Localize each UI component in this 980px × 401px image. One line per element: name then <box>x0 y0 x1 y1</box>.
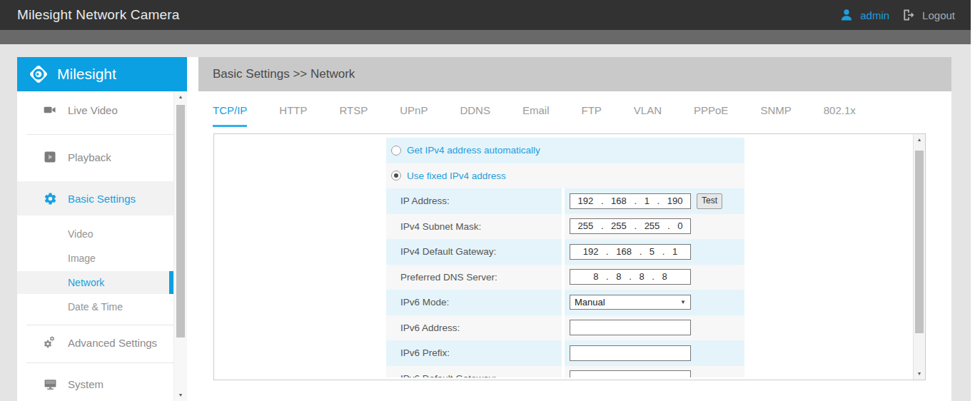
sidebar-scrollbar-thumb[interactable] <box>176 105 185 337</box>
sidebar-divider <box>26 134 173 135</box>
scroll-down-arrow-icon[interactable]: ▼ <box>174 390 187 401</box>
form-row-ipv6-mode: IPv6 Mode: Manual ▼ <box>386 290 744 315</box>
form-row-ipv6-address: IPv6 Address: <box>386 315 744 341</box>
form-row-ip-address: IP Address: 192 . 168 . 1 . 190 Test <box>386 188 744 214</box>
default-gateway-input[interactable]: 192 . 168 . 5 . 1 <box>570 244 691 260</box>
sidebar-divider <box>26 362 173 363</box>
tab-http[interactable]: HTTP <box>279 104 307 127</box>
sidebar-item-label: Playback <box>68 151 111 163</box>
field-label: IPv6 Address: <box>400 323 460 333</box>
breadcrumb-bar: Basic Settings >> Network <box>198 57 951 91</box>
sidebar-item-system[interactable]: System <box>17 368 173 400</box>
app-title: Milesight Network Camera <box>17 0 180 30</box>
form-row-dns-server: Preferred DNS Server: 8 . 8 . 8 . 8 <box>386 265 744 290</box>
monitor-icon <box>43 377 57 391</box>
ip-address-input[interactable]: 192 . 168 . 1 . 190 <box>570 193 691 209</box>
tab-8021x[interactable]: 802.1x <box>824 104 856 127</box>
tab-pppoe[interactable]: PPPoE <box>694 104 728 127</box>
logout-icon[interactable] <box>901 8 916 22</box>
test-button[interactable]: Test <box>697 193 722 209</box>
field-label: IPv4 Default Gateway: <box>400 246 496 257</box>
form-row-subnet-mask: IPv4 Subnet Mask: 255 . 255 . 255 . 0 <box>386 214 744 240</box>
user-cluster: admin Logout <box>839 0 955 30</box>
scroll-up-arrow-icon[interactable]: ▲ <box>174 91 187 103</box>
brand-logo: Milesight <box>17 57 187 91</box>
logged-in-user[interactable]: admin <box>860 9 889 21</box>
tab-ftp[interactable]: FTP <box>581 104 601 127</box>
window-right-margin <box>971 0 980 401</box>
sidebar-subitem-label: Date & Time <box>68 301 123 313</box>
form-row-ipv6-gateway: IPv6 Default Gateway: <box>386 366 744 378</box>
scroll-down-arrow-icon[interactable]: ▼ <box>914 368 925 380</box>
radio-label[interactable]: Use fixed IPv4 address <box>407 171 506 181</box>
sidebar-item-label: System <box>68 378 103 390</box>
play-icon <box>43 150 57 164</box>
sidebar-subitem-date-time[interactable]: Date & Time <box>17 295 173 318</box>
panel-scrollbar[interactable]: ▲ ▼ <box>913 134 925 380</box>
sidebar-item-advanced-settings[interactable]: Advanced Settings <box>17 327 173 358</box>
tab-snmp[interactable]: SNMP <box>760 104 791 127</box>
radio-label[interactable]: Get IPv4 address automatically <box>407 145 540 156</box>
sidebar-item-label: Basic Settings <box>68 193 136 205</box>
sidebar-item-label: Advanced Settings <box>68 337 157 349</box>
sidebar-item-live-video[interactable]: Live Video <box>17 94 173 126</box>
brand-name: Milesight <box>57 66 116 83</box>
user-icon <box>839 8 854 22</box>
sidebar-divider <box>26 325 173 325</box>
tab-ddns[interactable]: DDNS <box>460 104 490 127</box>
sidebar-subitem-label: Video <box>68 228 94 240</box>
tcpip-settings-panel: Get IPv4 address automatically Use fixed… <box>213 133 926 380</box>
tab-upnp[interactable]: UPnP <box>400 104 428 127</box>
sidebar-item-basic-settings[interactable]: Basic Settings <box>17 181 173 215</box>
milesight-logo-icon <box>26 62 51 86</box>
form-row-default-gateway: IPv4 Default Gateway: 192 . 168 . 5 . 1 <box>386 239 744 265</box>
gears-icon <box>43 335 57 350</box>
tab-email[interactable]: Email <box>522 104 550 127</box>
gear-icon <box>43 191 57 205</box>
sidebar-subitem-video[interactable]: Video <box>17 223 173 245</box>
radio-use-fixed-ipv4[interactable] <box>391 171 401 181</box>
app-window: Milesight Network Camera admin Logout <box>0 0 971 401</box>
sidebar-subitem-network[interactable]: Network <box>17 271 173 294</box>
ipv6-mode-select[interactable]: Manual ▼ <box>570 295 691 310</box>
radio-get-ipv4-automatically[interactable] <box>391 146 401 156</box>
sidebar-item-playback[interactable]: Playback <box>17 141 173 173</box>
main-content: Basic Settings >> Network TCP/IP HTTP RT… <box>187 57 951 401</box>
field-label: IPv6 Default Gateway: <box>400 373 496 377</box>
ipv6-prefix-input[interactable] <box>570 345 691 361</box>
form-row-ipv6-prefix: IPv6 Prefix: <box>386 340 744 366</box>
logout-button[interactable]: Logout <box>922 9 955 21</box>
dns-server-input[interactable]: 8 . 8 . 8 . 8 <box>570 269 691 285</box>
field-label: IP Address: <box>400 196 450 206</box>
form-row-ipv4-auto: Get IPv4 address automatically <box>386 138 744 163</box>
sidebar-subitem-image[interactable]: Image <box>17 247 173 270</box>
dropdown-arrow-icon: ▼ <box>680 299 686 305</box>
tab-rtsp[interactable]: RTSP <box>340 104 368 127</box>
ipv6-gateway-input[interactable] <box>570 370 691 377</box>
sidebar-scrollbar[interactable]: ▲ ▼ <box>173 91 187 401</box>
secondary-bar <box>0 30 971 44</box>
panel-scrollbar-thumb[interactable] <box>915 151 924 333</box>
video-camera-icon <box>43 103 57 117</box>
selected-option: Manual <box>575 297 605 308</box>
screenshot-root: Milesight Network Camera admin Logout <box>0 0 980 401</box>
form-row-ipv4-fixed: Use fixed IPv4 address <box>386 163 744 189</box>
sidebar-subitem-label: Image <box>68 253 96 264</box>
tab-tcpip[interactable]: TCP/IP <box>213 104 247 127</box>
ipv6-address-input[interactable] <box>570 320 691 335</box>
tab-vlan[interactable]: VLAN <box>634 104 662 127</box>
breadcrumb: Basic Settings >> Network <box>213 67 355 81</box>
top-bar: Milesight Network Camera admin Logout <box>0 0 971 30</box>
sidebar-subitem-label: Network <box>68 277 104 288</box>
field-label: IPv4 Subnet Mask: <box>400 221 481 232</box>
subnet-mask-input[interactable]: 255 . 255 . 255 . 0 <box>570 218 691 234</box>
sidebar-item-label: Live Video <box>68 104 118 116</box>
scroll-up-arrow-icon[interactable]: ▲ <box>914 134 925 146</box>
field-label: IPv6 Prefix: <box>400 347 450 358</box>
network-tabs: TCP/IP HTTP RTSP UPnP DDNS Email FTP VLA… <box>213 104 856 127</box>
sidebar: Milesight Live Video Playback Basic S <box>17 57 187 401</box>
field-label: Preferred DNS Server: <box>400 272 497 283</box>
field-label: IPv6 Mode: <box>400 297 449 308</box>
form-rows: Get IPv4 address automatically Use fixed… <box>386 138 744 377</box>
